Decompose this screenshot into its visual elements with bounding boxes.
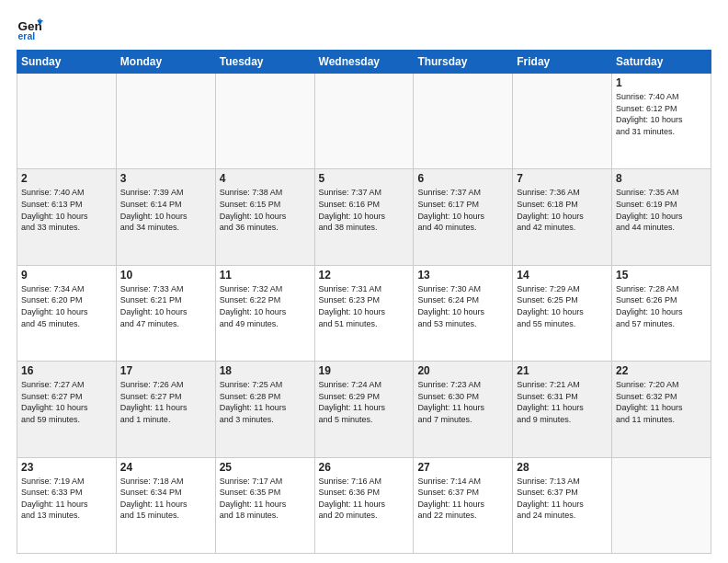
day-info: Sunrise: 7:33 AM Sunset: 6:21 PM Dayligh… — [120, 283, 211, 329]
calendar-cell: 12Sunrise: 7:31 AM Sunset: 6:23 PM Dayli… — [314, 265, 414, 361]
day-info: Sunrise: 7:13 AM Sunset: 6:37 PM Dayligh… — [517, 476, 608, 522]
calendar-cell: 28Sunrise: 7:13 AM Sunset: 6:37 PM Dayli… — [513, 457, 612, 553]
day-info: Sunrise: 7:21 AM Sunset: 6:31 PM Dayligh… — [517, 379, 608, 425]
calendar-cell: 6Sunrise: 7:37 AM Sunset: 6:17 PM Daylig… — [414, 169, 513, 265]
calendar-cell — [612, 457, 711, 553]
day-info: Sunrise: 7:26 AM Sunset: 6:27 PM Dayligh… — [120, 379, 211, 425]
calendar-cell — [17, 74, 117, 169]
day-info: Sunrise: 7:19 AM Sunset: 6:33 PM Dayligh… — [21, 476, 112, 522]
day-number: 6 — [417, 172, 508, 185]
day-info: Sunrise: 7:27 AM Sunset: 6:27 PM Dayligh… — [21, 379, 112, 425]
calendar-table: SundayMondayTuesdayWednesdayThursdayFrid… — [17, 50, 711, 554]
calendar-cell: 26Sunrise: 7:16 AM Sunset: 6:36 PM Dayli… — [314, 457, 414, 553]
day-number: 4 — [220, 172, 311, 185]
calendar-cell — [314, 74, 414, 169]
calendar-week-row: 23Sunrise: 7:19 AM Sunset: 6:33 PM Dayli… — [17, 457, 711, 553]
calendar-cell: 10Sunrise: 7:33 AM Sunset: 6:21 PM Dayli… — [116, 265, 215, 361]
day-number: 12 — [319, 269, 410, 282]
day-number: 8 — [616, 172, 707, 185]
day-info: Sunrise: 7:37 AM Sunset: 6:16 PM Dayligh… — [319, 187, 410, 233]
day-info: Sunrise: 7:25 AM Sunset: 6:28 PM Dayligh… — [220, 379, 311, 425]
calendar-cell: 3Sunrise: 7:39 AM Sunset: 6:14 PM Daylig… — [116, 169, 215, 265]
day-number: 28 — [517, 461, 608, 474]
calendar-cell: 25Sunrise: 7:17 AM Sunset: 6:35 PM Dayli… — [215, 457, 314, 553]
calendar-week-row: 1Sunrise: 7:40 AM Sunset: 6:12 PM Daylig… — [17, 74, 711, 169]
logo-icon: Gen eral — [17, 15, 44, 42]
day-info: Sunrise: 7:14 AM Sunset: 6:37 PM Dayligh… — [417, 476, 508, 522]
calendar-cell — [513, 74, 612, 169]
day-number: 9 — [21, 269, 112, 282]
calendar-cell — [414, 74, 513, 169]
day-number: 17 — [120, 364, 211, 377]
day-info: Sunrise: 7:35 AM Sunset: 6:19 PM Dayligh… — [616, 187, 707, 233]
day-info: Sunrise: 7:29 AM Sunset: 6:25 PM Dayligh… — [517, 283, 608, 329]
calendar-cell: 9Sunrise: 7:34 AM Sunset: 6:20 PM Daylig… — [17, 265, 117, 361]
weekday-header-thursday: Thursday — [414, 51, 513, 74]
day-number: 15 — [616, 269, 707, 282]
day-number: 5 — [319, 172, 410, 185]
day-info: Sunrise: 7:24 AM Sunset: 6:29 PM Dayligh… — [319, 379, 410, 425]
day-number: 21 — [517, 364, 608, 377]
calendar-cell: 15Sunrise: 7:28 AM Sunset: 6:26 PM Dayli… — [612, 265, 711, 361]
day-info: Sunrise: 7:38 AM Sunset: 6:15 PM Dayligh… — [220, 187, 311, 233]
day-number: 10 — [120, 269, 211, 282]
calendar-cell: 27Sunrise: 7:14 AM Sunset: 6:37 PM Dayli… — [414, 457, 513, 553]
day-number: 2 — [21, 172, 112, 185]
calendar-cell: 22Sunrise: 7:20 AM Sunset: 6:32 PM Dayli… — [612, 362, 711, 457]
day-number: 22 — [616, 364, 707, 377]
calendar-cell: 19Sunrise: 7:24 AM Sunset: 6:29 PM Dayli… — [314, 362, 414, 457]
weekday-header-wednesday: Wednesday — [314, 51, 414, 74]
calendar-cell: 23Sunrise: 7:19 AM Sunset: 6:33 PM Dayli… — [17, 457, 117, 553]
logo: Gen eral — [17, 15, 46, 42]
calendar-cell: 21Sunrise: 7:21 AM Sunset: 6:31 PM Dayli… — [513, 362, 612, 457]
day-number: 20 — [417, 364, 508, 377]
day-number: 7 — [517, 172, 608, 185]
day-info: Sunrise: 7:17 AM Sunset: 6:35 PM Dayligh… — [220, 476, 311, 522]
day-info: Sunrise: 7:40 AM Sunset: 6:13 PM Dayligh… — [21, 187, 112, 233]
day-number: 13 — [417, 269, 508, 282]
calendar-cell — [215, 74, 314, 169]
calendar-cell: 13Sunrise: 7:30 AM Sunset: 6:24 PM Dayli… — [414, 265, 513, 361]
calendar-cell: 18Sunrise: 7:25 AM Sunset: 6:28 PM Dayli… — [215, 362, 314, 457]
page: Gen eral SundayMondayTuesdayWednesdayThu… — [0, 0, 728, 563]
calendar-week-row: 9Sunrise: 7:34 AM Sunset: 6:20 PM Daylig… — [17, 265, 711, 361]
calendar-week-row: 2Sunrise: 7:40 AM Sunset: 6:13 PM Daylig… — [17, 169, 711, 265]
day-number: 23 — [21, 461, 112, 474]
header: Gen eral — [17, 15, 711, 42]
day-number: 3 — [120, 172, 211, 185]
calendar-cell: 17Sunrise: 7:26 AM Sunset: 6:27 PM Dayli… — [116, 362, 215, 457]
day-number: 1 — [616, 76, 707, 89]
weekday-header-saturday: Saturday — [612, 51, 711, 74]
day-number: 26 — [319, 461, 410, 474]
calendar-cell: 24Sunrise: 7:18 AM Sunset: 6:34 PM Dayli… — [116, 457, 215, 553]
calendar-cell: 11Sunrise: 7:32 AM Sunset: 6:22 PM Dayli… — [215, 265, 314, 361]
day-info: Sunrise: 7:36 AM Sunset: 6:18 PM Dayligh… — [517, 187, 608, 233]
svg-text:eral: eral — [18, 30, 36, 41]
day-info: Sunrise: 7:39 AM Sunset: 6:14 PM Dayligh… — [120, 187, 211, 233]
day-number: 27 — [417, 461, 508, 474]
weekday-header-tuesday: Tuesday — [215, 51, 314, 74]
day-number: 16 — [21, 364, 112, 377]
weekday-header-monday: Monday — [116, 51, 215, 74]
day-info: Sunrise: 7:20 AM Sunset: 6:32 PM Dayligh… — [616, 379, 707, 425]
calendar-cell: 1Sunrise: 7:40 AM Sunset: 6:12 PM Daylig… — [612, 74, 711, 169]
calendar-week-row: 16Sunrise: 7:27 AM Sunset: 6:27 PM Dayli… — [17, 362, 711, 457]
day-info: Sunrise: 7:32 AM Sunset: 6:22 PM Dayligh… — [220, 283, 311, 329]
day-number: 24 — [120, 461, 211, 474]
day-number: 11 — [220, 269, 311, 282]
calendar-cell: 2Sunrise: 7:40 AM Sunset: 6:13 PM Daylig… — [17, 169, 117, 265]
day-number: 18 — [220, 364, 311, 377]
calendar-cell: 7Sunrise: 7:36 AM Sunset: 6:18 PM Daylig… — [513, 169, 612, 265]
calendar-cell: 8Sunrise: 7:35 AM Sunset: 6:19 PM Daylig… — [612, 169, 711, 265]
calendar-cell — [116, 74, 215, 169]
day-info: Sunrise: 7:31 AM Sunset: 6:23 PM Dayligh… — [319, 283, 410, 329]
day-number: 19 — [319, 364, 410, 377]
weekday-header-sunday: Sunday — [17, 51, 117, 74]
day-info: Sunrise: 7:30 AM Sunset: 6:24 PM Dayligh… — [417, 283, 508, 329]
calendar-cell: 14Sunrise: 7:29 AM Sunset: 6:25 PM Dayli… — [513, 265, 612, 361]
calendar-cell: 16Sunrise: 7:27 AM Sunset: 6:27 PM Dayli… — [17, 362, 117, 457]
calendar-cell: 4Sunrise: 7:38 AM Sunset: 6:15 PM Daylig… — [215, 169, 314, 265]
day-info: Sunrise: 7:40 AM Sunset: 6:12 PM Dayligh… — [616, 91, 707, 137]
day-info: Sunrise: 7:18 AM Sunset: 6:34 PM Dayligh… — [120, 476, 211, 522]
calendar-cell: 20Sunrise: 7:23 AM Sunset: 6:30 PM Dayli… — [414, 362, 513, 457]
